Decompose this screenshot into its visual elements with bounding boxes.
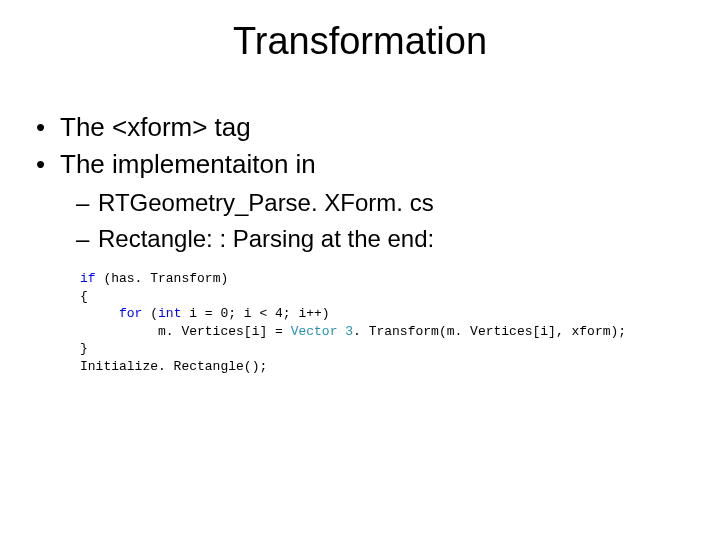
code-type: Vector 3 [291, 324, 353, 339]
code-keyword: for [119, 306, 142, 321]
slide-title: Transformation [0, 20, 720, 63]
bullet-text: The implementaiton in [60, 149, 316, 179]
code-indent [80, 324, 158, 339]
code-keyword: if [80, 271, 96, 286]
bullet-list: The <xform> tag The implementaiton in RT… [36, 110, 684, 255]
code-text: . Transform(m. Vertices[i], xform); [353, 324, 626, 339]
sub-bullet-text: Rectangle: : Parsing at the end: [98, 225, 434, 252]
bullet-item: The implementaiton in RTGeometry_Parse. … [36, 147, 684, 255]
sub-bullet-item: RTGeometry_Parse. XForm. cs [76, 186, 684, 220]
code-keyword: int [158, 306, 181, 321]
code-text: { [80, 289, 88, 304]
code-text: ( [142, 306, 158, 321]
slide-body: The <xform> tag The implementaiton in RT… [36, 110, 684, 257]
code-text: (has. Transform) [96, 271, 229, 286]
code-text: } [80, 341, 88, 356]
bullet-item: The <xform> tag [36, 110, 684, 145]
code-text: m. Vertices[i] = [158, 324, 291, 339]
sub-bullet-text: RTGeometry_Parse. XForm. cs [98, 189, 434, 216]
code-snippet: if (has. Transform) { for (int i = 0; i … [80, 270, 626, 375]
slide: Transformation The <xform> tag The imple… [0, 0, 720, 540]
code-text: i = 0; i < 4; i++) [181, 306, 329, 321]
code-text: Initialize. Rectangle(); [80, 359, 267, 374]
sub-bullet-item: Rectangle: : Parsing at the end: [76, 222, 684, 256]
bullet-text: The <xform> tag [60, 112, 251, 142]
code-indent [80, 306, 119, 321]
sub-bullet-list: RTGeometry_Parse. XForm. cs Rectangle: :… [36, 186, 684, 255]
